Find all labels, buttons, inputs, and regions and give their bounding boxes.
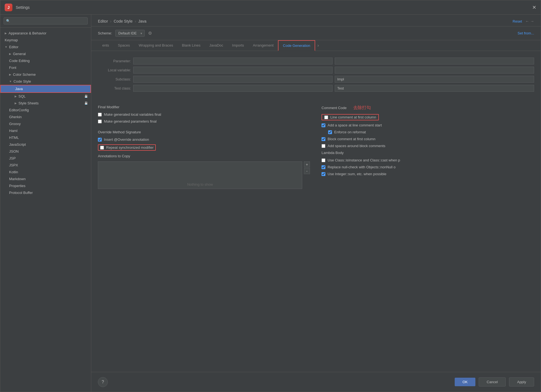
- add-annotation-button[interactable]: +: [304, 161, 310, 167]
- scheme-select[interactable]: Default IDE: [115, 30, 145, 37]
- sidebar-item-label: Style Sheets: [18, 101, 39, 105]
- sidebar-item-kotlin[interactable]: Kotlin: [0, 169, 91, 175]
- final-modifier-title: Final Modifier: [98, 105, 310, 109]
- scheme-select-wrapper: Default IDE: [115, 30, 145, 37]
- checkbox-override-annotation-input[interactable]: [98, 138, 102, 142]
- sidebar-item-font[interactable]: Font: [0, 64, 91, 71]
- sidebar-item-javascript[interactable]: JavaScript: [0, 141, 91, 148]
- remove-annotation-button[interactable]: -: [304, 168, 310, 174]
- checkbox-space-line-comment: Add a space at line comment start: [322, 123, 534, 127]
- naming-inputs-local-variable: [133, 67, 534, 74]
- two-column-layout: Final Modifier Make generated local vari…: [98, 98, 534, 190]
- sidebar-item-editorconfig[interactable]: EditorConfig: [0, 107, 91, 113]
- sidebar-item-jspx[interactable]: JSPX: [0, 162, 91, 169]
- naming-prefix-parameter[interactable]: [133, 58, 333, 64]
- sidebar-item-label: SQL: [18, 94, 26, 98]
- cancel-button[interactable]: Cancel: [479, 377, 506, 386]
- close-button[interactable]: ✕: [532, 4, 536, 10]
- checkbox-line-comment-first-col: Line comment at first column: [322, 114, 534, 120]
- tab-wrapping[interactable]: Wrapping and Braces: [134, 40, 178, 51]
- ok-button[interactable]: OK: [455, 378, 475, 386]
- sidebar-item-html[interactable]: HTML: [0, 134, 91, 141]
- checkbox-block-comment-first-col: Block comment at first column: [322, 137, 534, 141]
- naming-prefix-subclass[interactable]: [133, 76, 333, 83]
- annotations-box-wrapper: Nothing to show + -: [98, 161, 302, 189]
- gear-icon[interactable]: ⚙: [148, 31, 152, 36]
- naming-inputs-parameter: [133, 58, 534, 64]
- checkbox-replace-null-check-input[interactable]: [322, 165, 325, 169]
- checkbox-synchronized-modifier-input[interactable]: [100, 146, 104, 150]
- checkbox-block-comment-first-col-input[interactable]: [322, 137, 325, 141]
- checkbox-use-class-isinstance: Use Class::isInstance and Class::cast wh…: [322, 158, 534, 162]
- naming-suffix-subclass[interactable]: [335, 76, 534, 83]
- help-button[interactable]: ?: [98, 377, 108, 387]
- sidebar-item-general[interactable]: ▶ General: [0, 50, 91, 57]
- naming-suffix-test-class[interactable]: [335, 85, 534, 92]
- sidebar-item-groovy[interactable]: Groovy: [0, 120, 91, 127]
- sidebar-item-jsp[interactable]: JSP: [0, 155, 91, 162]
- tab-blank-lines[interactable]: Blank Lines: [178, 40, 205, 51]
- checkbox-space-line-comment-input[interactable]: [322, 123, 325, 127]
- tab-spaces[interactable]: Spaces: [114, 40, 134, 51]
- sidebar-item-editor[interactable]: ▼ Editor: [0, 44, 91, 50]
- comment-code-annotation: 去除打勾: [353, 105, 371, 111]
- set-from-button[interactable]: Set from...: [518, 31, 534, 35]
- naming-suffix-local-variable[interactable]: [335, 67, 534, 74]
- tab-code-generation[interactable]: Code Generation: [278, 40, 315, 51]
- reset-button[interactable]: Reset: [513, 19, 522, 23]
- naming-label-parameter: Parameter:: [98, 59, 131, 63]
- nav-forward-button[interactable]: →: [530, 19, 534, 23]
- naming-row-local-variable: Local variable:: [98, 67, 534, 74]
- title-bar: J Settings ✕: [0, 0, 541, 15]
- disk-icon: 💾: [84, 95, 88, 98]
- naming-prefix-local-variable[interactable]: [133, 67, 333, 74]
- sidebar-item-label: JavaScript: [9, 142, 26, 147]
- checkbox-line-comment-first-col-input[interactable]: [324, 115, 328, 119]
- checkbox-local-variables-final-input[interactable]: [98, 113, 102, 117]
- comment-code-title: Comment Code: [322, 106, 347, 110]
- tabs-bar: ents Spaces Wrapping and Braces Blank Li…: [91, 40, 541, 51]
- naming-prefix-test-class[interactable]: [133, 85, 333, 92]
- checkbox-spaces-around-block-input[interactable]: [322, 144, 325, 148]
- sidebar-item-protocol-buffer[interactable]: Protocol Buffer: [0, 189, 91, 196]
- sidebar-item-label: JSON: [9, 149, 19, 153]
- sidebar-item-markdown[interactable]: Markdown: [0, 175, 91, 182]
- apply-button[interactable]: Apply: [509, 377, 534, 386]
- sidebar-tree: ▶ Appearance & Behavior Keymap ▼ Editor …: [0, 28, 91, 392]
- sidebar-item-json[interactable]: JSON: [0, 148, 91, 155]
- sidebar-item-code-editing[interactable]: Code Editing: [0, 57, 91, 64]
- tab-more-button[interactable]: ›: [315, 40, 321, 51]
- sidebar-item-color-scheme[interactable]: ▶ Color Scheme: [0, 71, 91, 78]
- tab-javadoc[interactable]: JavaDoc: [205, 40, 228, 51]
- tab-ents[interactable]: ents: [98, 40, 114, 51]
- sidebar-item-style-sheets[interactable]: ▶ Style Sheets 💾: [0, 100, 91, 107]
- checkbox-parameters-final-input[interactable]: [98, 120, 102, 123]
- sidebar-item-appearance[interactable]: ▶ Appearance & Behavior: [0, 30, 91, 37]
- sidebar-item-properties[interactable]: Properties: [0, 182, 91, 189]
- sidebar-item-label: Properties: [9, 184, 25, 188]
- sidebar-item-keymap[interactable]: Keymap: [0, 37, 91, 44]
- sidebar-item-label: Appearance & Behavior: [9, 31, 46, 35]
- window-title: Settings: [16, 5, 30, 10]
- sidebar-item-sql[interactable]: ▶ SQL 💾: [0, 93, 91, 100]
- nav-back-button[interactable]: ←: [525, 19, 529, 23]
- checkbox-synchronized-modifier: Repeat synchronized modifier: [98, 144, 310, 151]
- checkbox-use-class-isinstance-label: Use Class::isInstance and Class::cast wh…: [328, 158, 400, 162]
- breadcrumb-code-style: Code Style: [114, 19, 132, 23]
- sidebar-item-code-style[interactable]: ▼ Code Style: [0, 78, 91, 85]
- sidebar-item-java[interactable]: Java: [0, 85, 91, 93]
- naming-suffix-parameter[interactable]: [335, 58, 534, 64]
- comment-code-header: Comment Code 去除打勾: [322, 105, 534, 111]
- sidebar-item-gherkin[interactable]: Gherkin: [0, 113, 91, 120]
- checkbox-use-class-isinstance-input[interactable]: [322, 158, 325, 162]
- sidebar-item-label: Protocol Buffer: [9, 191, 33, 195]
- search-box: [0, 15, 91, 28]
- tab-imports[interactable]: Imports: [228, 40, 248, 51]
- tab-arrangement[interactable]: Arrangement: [248, 40, 278, 51]
- checkbox-enforce-reformat-input[interactable]: [328, 130, 332, 134]
- checkbox-local-variables-final-label: Make generated local variables final: [104, 112, 161, 117]
- checkbox-use-integer-sum-input[interactable]: [322, 172, 325, 176]
- checkbox-block-comment-first-col-label: Block comment at first column: [328, 137, 375, 141]
- search-input[interactable]: [4, 17, 88, 25]
- sidebar-item-haml[interactable]: Haml: [0, 127, 91, 134]
